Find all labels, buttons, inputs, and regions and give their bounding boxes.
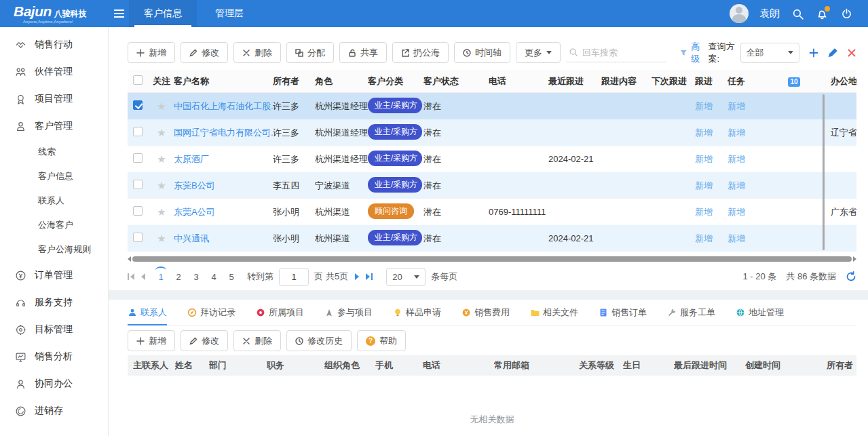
row-checkbox[interactable] <box>133 206 143 216</box>
table-row[interactable]: ★ 中兴通讯 张小明 杭州渠道 业主/采购方 潜在 2024-02-21 新增 … <box>128 225 856 252</box>
more-button[interactable]: 更多 <box>516 42 561 63</box>
row-checkbox[interactable] <box>133 100 143 110</box>
edit-history-button[interactable]: 修改历史 <box>286 330 352 351</box>
add-task-link[interactable]: 新增 <box>728 233 745 243</box>
prev-page-button[interactable] <box>141 273 145 280</box>
row-checkbox[interactable] <box>133 233 143 242</box>
table-row[interactable]: ★ 中国石化上海石油化工股... 许三多 杭州渠道经理 业主/采购方 潜在 新增… <box>128 93 856 119</box>
tab-related-files[interactable]: 相关文件 <box>530 300 578 325</box>
tab-joined-projects[interactable]: 参与项目 <box>324 300 373 325</box>
goto-page-input[interactable] <box>279 268 309 286</box>
notification-bell-icon[interactable] <box>815 7 829 20</box>
customer-name-link[interactable]: 东莞A公司 <box>174 207 215 217</box>
last-page-button[interactable] <box>366 273 373 280</box>
query-scheme-select[interactable]: 全部 <box>740 43 799 63</box>
customer-name-link[interactable]: 太原酒厂 <box>174 154 209 164</box>
add-task-link[interactable]: 新增 <box>728 154 745 164</box>
page-number-5[interactable]: 5 <box>223 272 240 282</box>
tab-owned-projects[interactable]: 所属项目 <box>256 300 304 325</box>
sidebar-item-coworking[interactable]: 协同办公 <box>0 370 108 397</box>
star-icon[interactable]: ★ <box>157 100 166 112</box>
add-button[interactable]: 新增 <box>128 42 175 63</box>
detail-add-button[interactable]: 新增 <box>128 330 175 351</box>
sidebar-subitem-customer-info[interactable]: 客户信息 <box>0 164 108 189</box>
add-follow-link[interactable]: 新增 <box>695 180 713 191</box>
horizontal-scrollbar[interactable] <box>128 256 856 262</box>
sidebar-item-project-mgmt[interactable]: 项目管理 <box>0 85 108 113</box>
tab-sample-request[interactable]: 样品申请 <box>393 300 441 325</box>
search-input[interactable] <box>582 47 664 58</box>
table-row[interactable]: ★ 国网辽宁省电力有限公司... 许三多 杭州渠道经理 业主/采购方 潜在 新增… <box>128 119 856 146</box>
sidebar-item-sales-analytics[interactable]: 销售分析 <box>0 343 108 370</box>
scrollbar-thumb[interactable] <box>132 256 852 262</box>
row-checkbox[interactable] <box>133 127 143 136</box>
sidebar-item-service-support[interactable]: 服务支持 <box>0 289 108 316</box>
tab-sales-expense[interactable]: 销售费用 <box>461 300 510 325</box>
star-icon[interactable]: ★ <box>157 206 166 218</box>
sidebar-subitem-public-sea[interactable]: 公海客户 <box>0 213 108 237</box>
filter-funnel-icon[interactable] <box>680 48 687 58</box>
tab-service-tickets[interactable]: 服务工单 <box>667 300 715 325</box>
star-icon[interactable]: ★ <box>157 153 166 165</box>
tab-contacts[interactable]: 联系人 <box>128 300 167 325</box>
add-task-link[interactable]: 新增 <box>728 101 745 111</box>
power-icon[interactable] <box>839 7 853 20</box>
edit-button[interactable]: 修改 <box>181 42 228 63</box>
add-task-link[interactable]: 新增 <box>728 207 745 217</box>
refresh-icon[interactable] <box>846 271 856 282</box>
search-icon[interactable] <box>791 7 804 20</box>
page-size-select[interactable]: 20 <box>386 268 426 286</box>
row-checkbox[interactable] <box>133 180 143 189</box>
page-number-1[interactable]: 1 <box>152 272 170 282</box>
timeline-button[interactable]: 时间轴 <box>454 42 510 63</box>
star-icon[interactable]: ★ <box>157 233 166 244</box>
tab-sales-orders[interactable]: 销售订单 <box>599 300 647 325</box>
delete-button[interactable]: 删除 <box>233 42 281 63</box>
scroll-left-arrow[interactable] <box>128 256 131 262</box>
throw-public-sea-button[interactable]: 扔公海 <box>392 42 449 63</box>
page-number-4[interactable]: 4 <box>205 272 223 282</box>
share-button[interactable]: 共享 <box>339 42 387 63</box>
add-follow-link[interactable]: 新增 <box>695 127 713 138</box>
detail-delete-button[interactable]: 删除 <box>233 330 281 351</box>
delete-query-scheme-icon[interactable] <box>847 48 856 58</box>
add-follow-link[interactable]: 新增 <box>695 101 713 111</box>
vertical-scrollbar[interactable] <box>823 94 825 250</box>
help-button[interactable]: ? 帮助 <box>357 330 406 351</box>
advanced-filter-link[interactable]: 高级 <box>691 41 704 65</box>
add-task-link[interactable]: 新增 <box>728 127 745 138</box>
edit-query-scheme-icon[interactable] <box>828 48 837 58</box>
hamburger-menu-icon[interactable] <box>109 0 129 27</box>
table-row[interactable]: ★ 太原酒厂 许三多 杭州渠道经理 业主/采购方 潜在 2024-02-21 新… <box>128 146 856 172</box>
top-tab-customer-info[interactable]: 客户信息 <box>129 0 197 27</box>
tab-address-mgmt[interactable]: 地址管理 <box>736 300 784 325</box>
detail-edit-button[interactable]: 修改 <box>181 330 228 351</box>
table-row[interactable]: ★ 东莞B公司 李五四 宁波渠道 业主/采购方 潜在 新增 新增 <box>128 172 856 199</box>
first-page-button[interactable] <box>128 273 134 280</box>
add-task-link[interactable]: 新增 <box>728 180 745 191</box>
sidebar-subitem-contacts[interactable]: 联系人 <box>0 189 108 213</box>
sidebar-subitem-public-sea-rules[interactable]: 客户公海规则 <box>0 237 108 262</box>
star-icon[interactable]: ★ <box>157 180 166 191</box>
sidebar-subitem-leads[interactable]: 线索 <box>0 140 108 164</box>
assign-button[interactable]: 分配 <box>286 42 334 63</box>
add-query-scheme-icon[interactable] <box>809 48 818 58</box>
top-tab-management[interactable]: 管理层 <box>197 0 262 27</box>
add-follow-link[interactable]: 新增 <box>695 207 713 217</box>
sidebar-item-partner-mgmt[interactable]: 伙伴管理 <box>0 58 108 85</box>
customer-name-link[interactable]: 中国石化上海石油化工股... <box>174 101 273 111</box>
add-follow-link[interactable]: 新增 <box>695 154 713 164</box>
page-number-3[interactable]: 3 <box>187 272 205 282</box>
page-number-2[interactable]: 2 <box>170 272 187 282</box>
customer-name-link[interactable]: 国网辽宁省电力有限公司... <box>174 127 273 138</box>
customer-name-link[interactable]: 东莞B公司 <box>174 180 215 191</box>
select-all-checkbox[interactable] <box>133 75 143 85</box>
sidebar-item-target-mgmt[interactable]: 目标管理 <box>0 316 108 343</box>
add-follow-link[interactable]: 新增 <box>695 233 713 243</box>
user-avatar[interactable] <box>730 4 749 23</box>
next-page-button[interactable] <box>355 273 359 280</box>
sidebar-item-order-mgmt[interactable]: 订单管理 <box>0 262 108 289</box>
scroll-right-arrow[interactable] <box>853 256 856 262</box>
sidebar-item-sales-action[interactable]: 销售行动 <box>0 31 108 58</box>
customer-name-link[interactable]: 中兴通讯 <box>174 233 209 243</box>
